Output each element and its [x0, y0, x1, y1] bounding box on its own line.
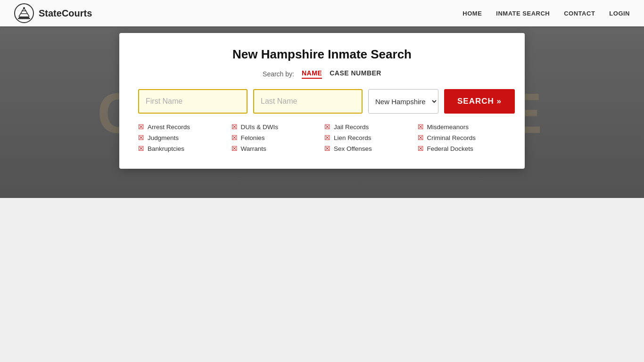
check-item: ☒Lien Records [324, 134, 413, 141]
check-item: ☒Judgments [138, 134, 227, 141]
check-label: Federal Dockets [427, 145, 473, 152]
checkmark-icon: ☒ [418, 123, 424, 131]
nav-home[interactable]: HOME [462, 10, 482, 17]
check-item: ☒Warrants [231, 145, 320, 152]
check-label: Bankruptcies [148, 145, 184, 152]
search-card-title: New Hampshire Inmate Search [138, 47, 506, 62]
check-label: Arrest Records [148, 123, 190, 131]
check-label: Felonies [241, 134, 265, 141]
check-item: ☒Sex Offenses [324, 145, 413, 152]
check-item: ☒Criminal Records [418, 134, 506, 141]
check-label: Jail Records [334, 123, 369, 131]
check-item: ☒Felonies [231, 134, 320, 141]
last-name-input[interactable] [253, 89, 363, 114]
check-label: Sex Offenses [334, 145, 372, 152]
svg-line-4 [24, 8, 29, 16]
logo-link[interactable]: StateCourts [14, 3, 92, 23]
check-item: ☒Jail Records [324, 123, 413, 131]
search-inputs-row: New Hampshire Alabama Alaska Arizona Ark… [138, 89, 506, 114]
checkmark-icon: ☒ [231, 134, 238, 141]
checkmark-icon: ☒ [324, 134, 330, 141]
search-by-label: Search by: [263, 70, 294, 78]
checkmark-icon: ☒ [231, 145, 238, 152]
search-card: New Hampshire Inmate Search Search by: N… [119, 33, 525, 169]
svg-point-7 [23, 7, 25, 9]
nav-login[interactable]: LOGIN [609, 10, 630, 17]
tab-name[interactable]: NAME [302, 69, 322, 79]
svg-point-0 [15, 4, 33, 23]
nav-contact[interactable]: CONTACT [564, 10, 595, 17]
svg-line-3 [19, 8, 24, 16]
check-label: Judgments [148, 134, 179, 141]
checkmark-icon: ☒ [138, 134, 144, 141]
check-label: DUIs & DWIs [241, 123, 279, 131]
check-item: ☒Federal Dockets [418, 145, 506, 152]
navbar: StateCourts HOME INMATE SEARCH CONTACT L… [0, 0, 644, 26]
checkmark-icon: ☒ [138, 145, 144, 152]
check-item: ☒Arrest Records [138, 123, 227, 131]
nav-inmate-search[interactable]: INMATE SEARCH [496, 10, 550, 17]
checkmark-icon: ☒ [324, 123, 330, 131]
state-select[interactable]: New Hampshire Alabama Alaska Arizona Ark… [368, 89, 438, 114]
check-item: ☒DUIs & DWIs [231, 123, 320, 131]
check-item: ☒Bankruptcies [138, 145, 227, 152]
nav-links: HOME INMATE SEARCH CONTACT LOGIN [462, 10, 630, 17]
checkmark-icon: ☒ [418, 145, 424, 152]
svg-rect-2 [18, 18, 30, 19]
check-label: Lien Records [334, 134, 372, 141]
checkmark-icon: ☒ [418, 134, 424, 141]
search-by-row: Search by: NAME CASE NUMBER [138, 69, 506, 79]
check-label: Criminal Records [427, 134, 476, 141]
checks-grid: ☒Arrest Records☒DUIs & DWIs☒Jail Records… [138, 123, 506, 152]
checkmark-icon: ☒ [324, 145, 330, 152]
check-label: Misdemeanors [427, 123, 469, 131]
checkmark-icon: ☒ [231, 123, 238, 131]
svg-rect-1 [19, 16, 29, 18]
checkmark-icon: ☒ [138, 123, 144, 131]
first-name-input[interactable] [138, 89, 248, 114]
logo-text: StateCourts [39, 8, 92, 19]
tab-case-number[interactable]: CASE NUMBER [330, 69, 381, 79]
check-label: Warrants [241, 145, 266, 152]
search-button[interactable]: SEARCH » [444, 89, 515, 114]
check-item: ☒Misdemeanors [418, 123, 506, 131]
logo-icon [14, 3, 34, 23]
